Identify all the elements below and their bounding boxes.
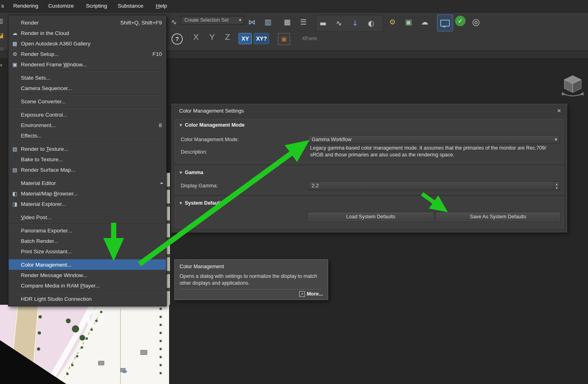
menu-separator xyxy=(9,107,166,109)
material-editor-icon[interactable]: ◐ xyxy=(365,17,377,29)
axis-y-button[interactable]: Y xyxy=(209,32,215,42)
scene-graphic xyxy=(0,305,169,384)
menu-item-render-to-texture[interactable]: ▨ Render to Texture... xyxy=(9,144,166,154)
toolbar-fragment-icon: ◪ xyxy=(0,31,4,39)
section-header: Gamma xyxy=(185,170,203,175)
color-management-settings-dialog: Color Management Settings ✕ ▼ Color Mana… xyxy=(172,104,567,232)
menu-item-compare-media-ram-player[interactable]: Compare Media in RAM Player... xyxy=(9,280,166,291)
menu-item-effects[interactable]: Effects... xyxy=(9,130,166,141)
monitor-icon xyxy=(440,20,450,27)
scene-explorer-icon[interactable]: ▦ xyxy=(281,16,293,28)
color-management-mode-dropdown[interactable]: Gamma Workflow ▼ xyxy=(308,135,560,144)
menu-separator xyxy=(9,141,166,144)
render-check-button[interactable]: ✓ xyxy=(455,16,466,26)
rendered-frame-window-icon[interactable]: ▣ xyxy=(402,16,414,28)
axis-x-button[interactable]: X xyxy=(193,32,199,42)
collapse-arrow-icon[interactable]: ▼ xyxy=(180,123,182,127)
close-icon[interactable]: ✕ xyxy=(555,106,564,115)
menu-item-open-a360-gallery[interactable]: ▦ Open Autodesk A360 Gallery xyxy=(9,38,166,49)
axis-z-button[interactable]: Z xyxy=(225,32,230,42)
edit-named-sets-icon[interactable]: ∿ xyxy=(168,16,180,28)
axis-xy-help-button[interactable]: XY? xyxy=(254,33,269,44)
menubar-customize[interactable]: Customize xyxy=(48,3,74,9)
menu-item-render-surface-map[interactable]: ▤ Render Surface Map... xyxy=(9,164,166,175)
collapse-arrow-icon[interactable]: ▼ xyxy=(180,201,182,205)
menu-item-render-setup[interactable]: ⚙ Render Setup... F10 xyxy=(9,49,166,59)
working-pivot-icon[interactable]: ▣ xyxy=(278,33,290,45)
menu-item-scene-converter[interactable]: Scene Converter... xyxy=(9,96,166,107)
menu-item-print-size-assistant[interactable]: Print Size Assistant... xyxy=(9,246,166,257)
frame-buffer-button[interactable] xyxy=(437,14,453,31)
mirror-icon[interactable]: ⋈ xyxy=(246,16,258,28)
menu-item-color-management[interactable]: Color Management... xyxy=(9,259,166,270)
spinner-value: 2.2 xyxy=(312,183,318,189)
menu-separator xyxy=(9,222,166,225)
curve-editor-icon[interactable]: ∿ xyxy=(333,17,345,29)
named-selection-set-label: Create Selection Set xyxy=(184,17,229,23)
menu-item-render[interactable]: Render Shift+Q, Shift+F9 xyxy=(9,17,166,28)
menu-item-exposure-control[interactable]: Exposure Control... xyxy=(9,109,166,120)
menu-item-panorama-exporter[interactable]: Panorama Exporter... xyxy=(9,225,166,236)
gallery-icon: ▦ xyxy=(9,41,21,47)
menubar-scripting[interactable]: Scripting xyxy=(86,3,107,9)
menubar-partial-item[interactable]: s xyxy=(1,3,4,9)
help-button[interactable]: ? xyxy=(172,33,183,45)
render-to-texture-icon: ▨ xyxy=(9,146,21,152)
description-text: Legacy gamma-based color management mode… xyxy=(310,145,561,158)
save-as-system-defaults-button[interactable]: Save As System Defaults xyxy=(436,212,560,221)
viewport-corner-arrow-icon: ▾ xyxy=(0,63,2,68)
collapse-arrow-icon[interactable]: ▼ xyxy=(180,171,182,175)
toggle-ribbon-icon[interactable]: ▬ xyxy=(317,17,329,29)
target-light-icon[interactable]: ◎ xyxy=(470,16,482,28)
menu-item-batch-render[interactable]: Batch Render... xyxy=(9,236,166,246)
schematic-view-icon[interactable]: ↓ xyxy=(349,17,361,29)
view-cube[interactable] xyxy=(560,73,585,100)
menu-item-material-explorer[interactable]: ◨ Material Explorer... xyxy=(9,199,166,209)
color-management-tooltip: Color Management Opens a dialog with set… xyxy=(174,259,328,300)
tooltip-title: Color Management xyxy=(180,263,323,269)
section-header: Color Management Mode xyxy=(185,122,245,128)
menubar-substance[interactable]: Substance xyxy=(118,3,143,9)
rendering-menu: Render Shift+Q, Shift+F9 ☁ Render in the… xyxy=(8,15,167,306)
load-system-defaults-button[interactable]: Load System Defaults xyxy=(308,212,433,221)
menu-separator xyxy=(9,209,166,212)
external-link-icon: ↗ xyxy=(299,291,305,297)
menu-item-material-editor[interactable]: Material Editor ► xyxy=(9,178,166,188)
mode-field-label: Color Management Mode: xyxy=(181,137,239,142)
menu-separator xyxy=(9,291,166,294)
menu-item-state-sets[interactable]: State Sets... xyxy=(9,72,166,83)
description-label: Description: xyxy=(181,149,207,155)
layer-explorer-icon[interactable]: ☰ xyxy=(297,16,309,28)
menubar-help[interactable]: Help xyxy=(156,3,167,9)
menu-item-video-post[interactable]: Video Post... xyxy=(9,212,166,222)
cloud-render-icon[interactable]: ☁ xyxy=(419,16,431,28)
display-gamma-spinner[interactable]: 2.2 ▲ ▼ xyxy=(308,181,560,190)
menu-item-bake-to-texture[interactable]: Bake to Texture... xyxy=(9,154,166,164)
menubar-rendering[interactable]: Rendering xyxy=(13,3,38,9)
menu-item-render-in-the-cloud[interactable]: ☁ Render in the Cloud xyxy=(9,28,166,38)
combo-arrow-icon: ▼ xyxy=(239,18,241,22)
cloud-icon: ☁ xyxy=(9,30,21,36)
material-explorer-icon: ◨ xyxy=(9,201,21,207)
viewport-3d-scene[interactable] xyxy=(0,305,169,384)
named-selection-set-combo[interactable]: Create Selection Set ▼ xyxy=(181,16,244,25)
menu-item-environment[interactable]: Environment... 8 xyxy=(9,120,166,130)
submenu-arrow-icon: ► xyxy=(161,181,163,185)
app-window: s Rendering Customize Scripting Substanc… xyxy=(0,0,588,384)
section-gamma: ▼ Gamma Display Gamma: 2.2 ▲ ▼ xyxy=(175,166,564,194)
spinner-up-icon[interactable]: ▲ xyxy=(554,182,559,186)
menu-item-render-message-window[interactable]: Render Message Window... xyxy=(9,270,166,280)
tooltip-more-link[interactable]: More... xyxy=(307,291,323,297)
menu-item-camera-sequencer[interactable]: Camera Sequencer... xyxy=(9,83,166,93)
axis-xy-button[interactable]: XY xyxy=(239,33,252,44)
material-map-browser-icon: ◧ xyxy=(9,191,21,197)
menu-item-hdr-light-studio[interactable]: HDR Light Studio Connection xyxy=(9,294,166,304)
spinner-down-icon[interactable]: ▼ xyxy=(554,186,559,190)
align-icon[interactable]: ▥ xyxy=(262,16,274,28)
frame-window-icon: ▣ xyxy=(9,62,21,68)
menu-item-material-map-browser[interactable]: ◧ Material/Map Browser... xyxy=(9,188,166,199)
render-setup-icon[interactable]: ⚙ xyxy=(386,16,398,28)
menubar: s Rendering Customize Scripting Substanc… xyxy=(0,0,588,12)
render-setup-icon: ⚙ xyxy=(9,51,21,57)
menu-item-rendered-frame-window[interactable]: ▣ Rendered Frame Window... xyxy=(9,59,166,70)
